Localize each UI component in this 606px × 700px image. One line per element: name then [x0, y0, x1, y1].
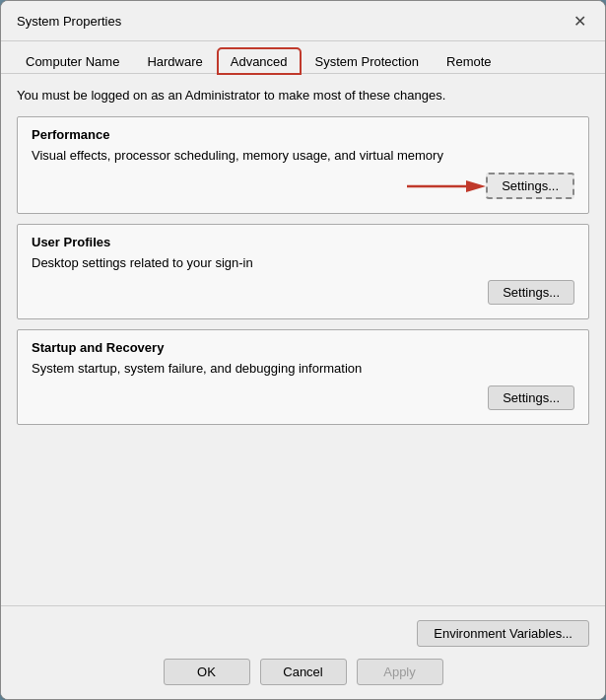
- performance-title: Performance: [32, 127, 574, 142]
- user-profiles-section: User Profiles Desktop settings related t…: [17, 224, 589, 319]
- performance-section: Performance Visual effects, processor sc…: [17, 116, 589, 214]
- user-profiles-desc: Desktop settings related to your sign-in: [32, 255, 574, 270]
- performance-settings-button[interactable]: Settings...: [486, 173, 574, 199]
- footer: Environment Variables... OK Cancel Apply: [1, 605, 605, 699]
- system-properties-dialog: System Properties ✕ Computer Name Hardwa…: [0, 0, 606, 700]
- apply-button[interactable]: Apply: [357, 659, 443, 685]
- tab-remote[interactable]: Remote: [434, 48, 505, 74]
- svg-marker-1: [466, 180, 486, 192]
- window-title: System Properties: [17, 14, 121, 29]
- startup-recovery-section: Startup and Recovery System startup, sys…: [17, 329, 589, 425]
- title-bar: System Properties ✕: [1, 1, 605, 41]
- user-profiles-btn-row: Settings...: [32, 280, 574, 305]
- tab-advanced[interactable]: Advanced: [218, 48, 301, 74]
- user-profiles-title: User Profiles: [32, 235, 574, 249]
- dialog-buttons: OK Cancel Apply: [17, 659, 589, 685]
- tab-content: You must be logged on as an Administrato…: [1, 74, 605, 605]
- tab-bar: Computer Name Hardware Advanced System P…: [1, 41, 605, 74]
- env-variables-button[interactable]: Environment Variables...: [417, 620, 589, 647]
- arrow-icon: [407, 176, 486, 196]
- tab-system-protection[interactable]: System Protection: [303, 48, 433, 74]
- admin-info-text: You must be logged on as an Administrato…: [17, 88, 589, 103]
- tab-computer-name[interactable]: Computer Name: [13, 48, 132, 74]
- cancel-button[interactable]: Cancel: [260, 659, 347, 685]
- performance-desc: Visual effects, processor scheduling, me…: [32, 148, 574, 163]
- startup-recovery-desc: System startup, system failure, and debu…: [32, 361, 574, 376]
- arrow-indicator: [407, 176, 486, 196]
- ok-button[interactable]: OK: [164, 659, 250, 685]
- performance-btn-row: Settings...: [32, 173, 574, 199]
- startup-recovery-title: Startup and Recovery: [32, 340, 574, 355]
- startup-recovery-btn-row: Settings...: [32, 385, 574, 410]
- tab-hardware[interactable]: Hardware: [134, 48, 215, 74]
- startup-recovery-settings-button[interactable]: Settings...: [488, 385, 574, 410]
- close-button[interactable]: ✕: [570, 11, 589, 31]
- user-profiles-settings-button[interactable]: Settings...: [488, 280, 574, 305]
- env-variables-row: Environment Variables...: [17, 620, 589, 647]
